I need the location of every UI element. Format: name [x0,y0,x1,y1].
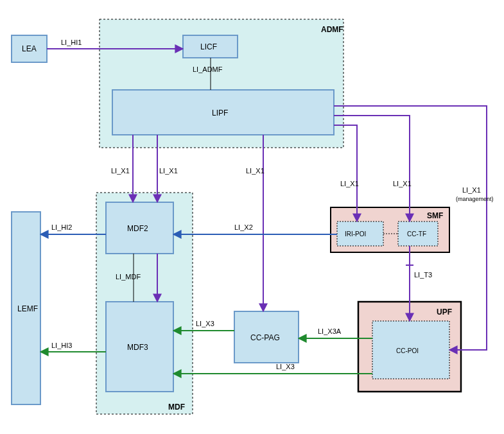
cc-pag-label: CC-PAG [250,333,280,342]
mdf3-label: MDF3 [127,343,148,352]
edge-li-x1-cctf-label: LI_X1 [393,180,412,187]
edge-li-hi2-label: LI_HI2 [51,223,72,231]
edge-li-admf-label: LI_ADMF [193,65,223,73]
iri-poi-block: IRI-POI [337,221,383,246]
edge-li-hi3-label: LI_HI3 [51,342,72,349]
edge-li-x3-ccpoi-label: LI_X3 [276,363,295,370]
mdf-label: MDF [168,403,185,412]
lemf-block: LEMF [12,212,40,404]
mdf2-block: MDF2 [106,202,173,254]
iri-poi-label: IRI-POI [345,230,366,238]
edge-li-x3a-label: LI_X3A [318,327,342,335]
edge-li-x1-iripoi-label: LI_X1 [340,180,359,187]
mdf3-block: MDF3 [106,302,173,392]
edge-li-t3-label: LI_T3 [414,271,432,279]
licf-block: LICF [183,35,238,58]
edge-li-x1-mdf2a-label: LI_X1 [111,167,130,175]
lemf-label: LEMF [17,304,38,313]
edge-li-x1-mgmt-sub: (management) [456,196,494,202]
lea-block: LEA [12,35,47,62]
admf-label: ADMF [321,25,343,34]
mdf2-label: MDF2 [127,224,148,233]
smf-label: SMF [427,211,443,220]
edge-li-x1-ccpag-label: LI_X1 [246,167,265,175]
lipf-label: LIPF [212,108,228,117]
licf-label: LICF [200,42,217,51]
edge-li-x1-mdf2b-label: LI_X1 [159,167,178,175]
cc-pag-block: CC-PAG [234,311,299,363]
edge-li-x1-mgmt-label: LI_X1 [462,186,481,194]
cc-tf-label: CC-TF [407,230,426,238]
lipf-block: LIPF [112,90,334,135]
edge-li-x2-label: LI_X2 [234,223,253,231]
cc-poi-label: CC-POI [396,347,419,354]
edge-li-x3-ccpag-label: LI_X3 [196,320,214,327]
edge-li-hi1-label: LI_HI1 [61,39,82,46]
upf-label: UPF [437,308,452,317]
cc-poi-block: CC-POI [372,321,449,379]
edge-li-mdf-label: LI_MDF [116,273,141,281]
lea-label: LEA [22,44,37,53]
cc-tf-block: CC-TF [398,221,438,246]
